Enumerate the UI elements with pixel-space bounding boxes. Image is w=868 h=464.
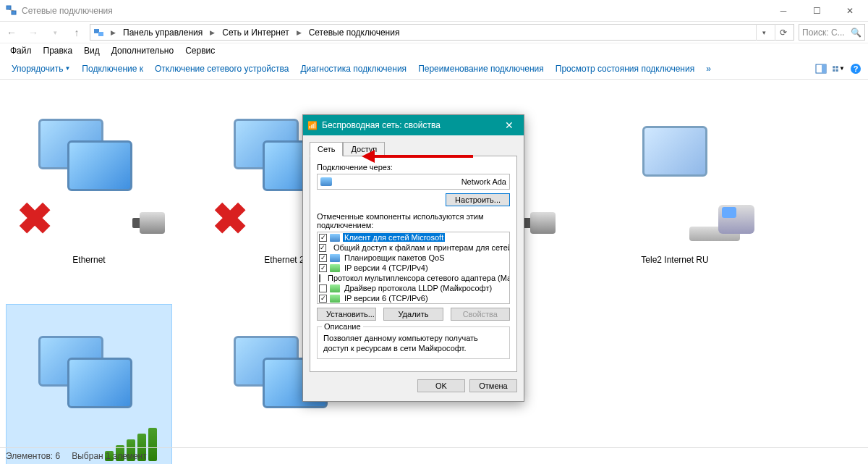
connection-item[interactable]: Беспроводная сеть [6, 304, 172, 464]
toolbar-disable[interactable]: Отключение сетевого устройства [149, 61, 294, 77]
component-row[interactable]: ✓IP версии 6 (TCP/IPv6) [318, 293, 509, 303]
component-row[interactable]: Драйвер протокола LLDP (Майкрософт) [318, 283, 509, 293]
network-folder-icon [93, 27, 105, 38]
component-row[interactable]: ✓Общий доступ к файлам и принтерам для с… [318, 242, 509, 253]
component-icon [330, 284, 340, 292]
checkbox[interactable] [319, 284, 327, 292]
modem-icon [689, 205, 754, 241]
component-row[interactable]: ✓IP версии 4 (TCP/IPv4) [318, 263, 509, 273]
component-row[interactable]: ✓Клиент для сетей Microsoft [318, 232, 509, 242]
dialog-close-button[interactable]: ✕ [499, 115, 519, 135]
description-text: Позволяет данному компьютеру получать до… [323, 333, 503, 354]
cancel-button[interactable]: Отмена [469, 379, 517, 392]
minimize-button[interactable]: ─ [767, 0, 800, 22]
toolbar-status[interactable]: Просмотр состояния подключения [550, 61, 700, 77]
checkbox[interactable]: ✓ [319, 244, 326, 252]
checkbox[interactable] [319, 274, 320, 282]
connection-label: Ethernet 2 [264, 252, 304, 268]
network-icon [6, 5, 17, 17]
component-label: Клиент для сетей Microsoft [343, 233, 445, 242]
checkbox[interactable]: ✓ [319, 254, 327, 262]
monitor-icon [38, 336, 140, 437]
checkbox[interactable]: ✓ [319, 234, 327, 242]
adapter-field: Network Ada [317, 174, 510, 190]
properties-button[interactable]: Свойства [451, 308, 510, 321]
component-label: Планировщик пакетов QoS [343, 253, 446, 262]
breadcrumb[interactable]: ▶ Панель управления ▶ Сеть и Интернет ▶ … [90, 24, 794, 41]
view-options-icon[interactable]: ▼ [832, 62, 845, 75]
ok-button[interactable]: OK [417, 379, 465, 392]
help-icon[interactable]: ? [849, 62, 862, 75]
status-selected: Выбран 1 элемент [72, 451, 146, 461]
status-count: Элементов: 6 [6, 451, 60, 461]
wifi-icon: 📶 [307, 121, 318, 130]
component-label: IP версии 4 (TCP/IPv4) [343, 263, 430, 272]
menu-tools[interactable]: Сервис [179, 44, 221, 57]
configure-button[interactable]: Настроить... [446, 193, 510, 206]
breadcrumb-item[interactable]: Панель управления [122, 28, 204, 38]
toolbar-rename[interactable]: Переименование подключения [412, 61, 550, 77]
refresh-button[interactable]: ⟳ [775, 24, 791, 41]
recent-dropdown[interactable]: ▾ [46, 24, 64, 41]
connection-item[interactable]: Tele2 Internet RU [592, 87, 758, 268]
svg-rect-10 [836, 69, 838, 71]
component-icon [330, 254, 340, 262]
dropdown-icon[interactable]: ▾ [756, 24, 772, 41]
breadcrumb-item[interactable]: Сетевые подключения [307, 28, 401, 38]
disconnected-icon: ✖ [17, 198, 53, 241]
svg-rect-9 [833, 69, 835, 71]
chevron-right-icon[interactable]: ▶ [207, 29, 218, 36]
breadcrumb-item[interactable]: Сеть и Интернет [221, 28, 290, 38]
statusbar: Элементов: 6 Выбран 1 элемент [0, 447, 868, 464]
network-tab-panel: Подключение через: Network Ada Настроить… [310, 156, 517, 372]
component-row[interactable]: ✓Планировщик пакетов QoS [318, 253, 509, 263]
tab-access[interactable]: Доступ [343, 142, 385, 156]
preview-pane-icon[interactable] [814, 62, 827, 75]
connection-item[interactable]: ✖Ethernet [6, 87, 172, 268]
checkbox[interactable]: ✓ [319, 295, 327, 303]
dialog-titlebar[interactable]: 📶 Беспроводная сеть: свойства ✕ [303, 115, 524, 135]
menu-file[interactable]: Файл [4, 44, 38, 57]
components-label: Отмеченные компоненты используются этим … [317, 212, 510, 229]
forward-button[interactable]: → [25, 24, 42, 41]
install-button[interactable]: Установить... [317, 308, 376, 321]
components-list[interactable]: ✓Клиент для сетей Microsoft✓Общий доступ… [317, 232, 510, 304]
organize-button[interactable]: Упорядочить ▼ [6, 61, 76, 77]
maximize-button[interactable]: ☐ [800, 0, 833, 22]
adapter-icon [320, 177, 332, 186]
toolbar-connect[interactable]: Подключение к [76, 61, 149, 77]
adapter-name: Network Ada [336, 177, 506, 186]
search-icon: 🔍 [851, 28, 861, 38]
svg-rect-4 [98, 32, 103, 36]
chevron-right-icon[interactable]: ▶ [294, 29, 305, 36]
up-button[interactable]: ↑ [68, 24, 85, 41]
toolbar-diagnose[interactable]: Диагностика подключения [294, 61, 412, 77]
svg-text:?: ? [854, 64, 859, 73]
titlebar: Сетевые подключения ─ ☐ ✕ [0, 0, 868, 22]
menu-edit[interactable]: Правка [38, 44, 79, 57]
menu-extra[interactable]: Дополнительно [106, 44, 179, 57]
monitor-icon [38, 119, 140, 220]
dialog-title: Беспроводная сеть: свойства [322, 120, 495, 130]
back-button[interactable]: ← [3, 24, 20, 41]
checkbox[interactable]: ✓ [319, 264, 327, 272]
component-icon [330, 295, 340, 303]
description-legend: Описание [322, 322, 363, 331]
toolbar-more[interactable]: » [700, 61, 717, 77]
component-label: Протокол мультиплексора сетевого адаптер… [326, 274, 510, 282]
disconnected-icon: ✖ [212, 198, 248, 241]
cable-icon [114, 208, 165, 237]
chevron-right-icon[interactable]: ▶ [108, 29, 119, 36]
uninstall-button[interactable]: Удалить [383, 308, 443, 321]
component-label: Общий доступ к файлам и принтерам для се… [332, 243, 510, 252]
menu-view[interactable]: Вид [78, 44, 106, 57]
toolbar: Упорядочить ▼ Подключение к Отключение с… [0, 58, 868, 80]
tab-network[interactable]: Сеть [310, 142, 343, 156]
component-icon [330, 234, 340, 242]
svg-rect-3 [94, 29, 99, 33]
component-row[interactable]: Протокол мультиплексора сетевого адаптер… [318, 273, 509, 283]
menubar: Файл Правка Вид Дополнительно Сервис [0, 43, 868, 58]
svg-rect-1 [12, 11, 16, 14]
close-button[interactable]: ✕ [833, 0, 867, 22]
search-input[interactable]: Поиск: С... 🔍 [799, 24, 865, 41]
